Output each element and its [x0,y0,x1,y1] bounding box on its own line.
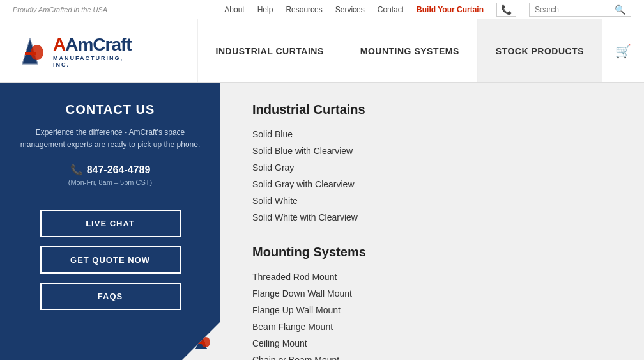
phone-icon: 📞 [496,3,516,17]
header: AAmCraft MANUFACTURING, INC. INDUSTRIAL … [0,19,644,83]
industrial-curtains-title: Industrial Curtains [252,102,612,117]
search-bar[interactable]: 🔍 [529,3,631,17]
mounting-systems-section: Mounting Systems Threaded Rod Mount Flan… [252,245,612,360]
nav-industrial-curtains[interactable]: INDUSTRIAL CURTAINS [197,19,342,82]
list-item[interactable]: Solid Gray [252,159,612,176]
main-nav: INDUSTRIAL CURTAINS MOUNTING SYSTEMS STO… [197,19,644,82]
list-item[interactable]: Flange Down Wall Mount [252,285,612,302]
cart-button[interactable]: 🛒 [602,19,644,82]
content-area: Industrial Curtains Solid Blue Solid Blu… [220,83,644,360]
cart-icon: 🛒 [615,43,631,59]
tagline: Proudly AmCrafted in the USA [13,6,107,13]
list-item[interactable]: Solid Blue with Clearview [252,143,612,159]
list-item[interactable]: Threaded Rod Mount [252,269,612,285]
get-quote-button[interactable]: GET QUOTE NOW [40,246,181,274]
sidebar-logo-badge [182,322,220,360]
logo[interactable]: AAmCraft MANUFACTURING, INC. [13,33,128,68]
sidebar-title: CONTACT US [66,102,155,117]
list-item[interactable]: Solid White with Clearview [252,209,612,226]
list-item[interactable]: Flange Up Wall Mount [252,302,612,318]
sidebar-description: Experience the difference - AmCraft's sp… [13,127,208,151]
search-icon: 🔍 [615,4,625,15]
logo-text: AAmCraft MANUFACTURING, INC. [53,35,132,68]
brand-name: AAmCraft [53,35,132,55]
svg-point-3 [31,45,43,60]
logo-area: AAmCraft MANUFACTURING, INC. [0,27,141,75]
sidebar-divider [33,198,188,198]
logo-icon [13,33,48,68]
list-item[interactable]: Ceiling Mount [252,335,612,352]
list-item[interactable]: Chain or Beam Mount [252,352,612,360]
nav-help[interactable]: Help [257,5,273,14]
list-item[interactable]: Solid Gray with Clearview [252,176,612,192]
phone-number[interactable]: 847-264-4789 [87,164,151,176]
nav-build-curtain[interactable]: Build Your Curtain [417,5,484,14]
faqs-button[interactable]: FAQs [40,283,181,310]
live-chat-button[interactable]: LIVE CHAT [40,210,181,237]
list-item[interactable]: Solid Blue [252,126,612,143]
svg-point-6 [201,337,210,347]
list-item[interactable]: Beam Flange Mount [252,318,612,335]
phone-icon: 📞 [70,164,83,176]
top-bar: Proudly AmCrafted in the USA About Help … [0,0,644,19]
nav-services[interactable]: Services [335,5,365,14]
search-input[interactable] [535,5,611,14]
nav-contact[interactable]: Contact [378,5,404,14]
industrial-curtains-section: Industrial Curtains Solid Blue Solid Blu… [252,102,612,226]
nav-resources[interactable]: Resources [286,5,322,14]
brand-sub: MANUFACTURING, INC. [53,55,132,68]
sidebar-phone: 📞 847-264-4789 [70,164,151,176]
list-item[interactable]: Solid White [252,192,612,209]
sidebar-hours: (Mon-Fri, 8am – 5pm CST) [68,178,152,186]
top-nav: About Help Resources Services Contact Bu… [224,3,631,17]
nav-about[interactable]: About [224,5,244,14]
main-layout: CONTACT US Experience the difference - A… [0,83,644,360]
nav-stock-products[interactable]: STOCK PRODUCTS [477,19,602,82]
mounting-systems-title: Mounting Systems [252,245,612,260]
nav-mounting-systems[interactable]: MOUNTING SYSTEMS [342,19,477,82]
sidebar: CONTACT US Experience the difference - A… [0,83,220,360]
